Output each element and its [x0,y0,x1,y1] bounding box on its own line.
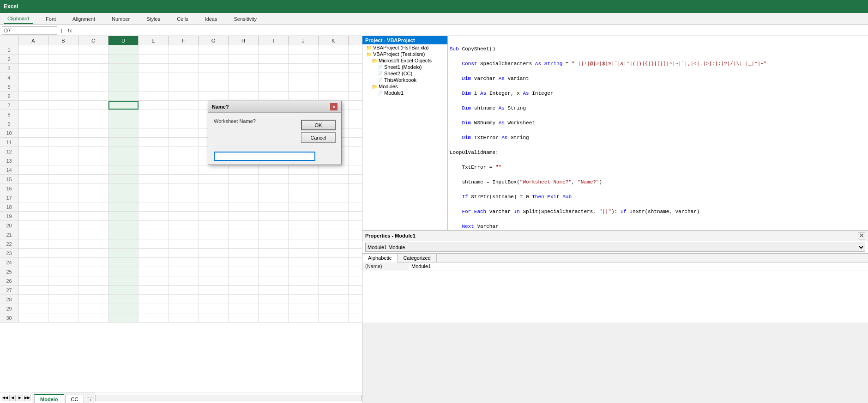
cell-j4[interactable] [289,73,319,82]
cell-j2[interactable] [289,55,319,63]
cell-b3[interactable] [48,64,78,73]
cell-d4[interactable] [108,73,139,82]
cell-f9[interactable] [169,119,199,128]
cell-i3[interactable] [259,64,289,73]
cell-a4[interactable] [18,73,48,82]
cell-b10[interactable] [48,128,78,137]
cell-e2[interactable] [139,55,169,63]
cell-a9[interactable] [18,119,48,128]
cell-i5[interactable] [259,82,289,91]
cell-j5[interactable] [289,82,319,91]
sheet-tab-cc[interactable]: CC [65,395,84,403]
cell-a8[interactable] [18,110,48,119]
code-editor[interactable]: Sub CopySheet() Const SpecialCharacters … [448,36,868,230]
col-header-a[interactable]: A [18,36,48,45]
cell-d9[interactable] [108,119,139,128]
horizontal-scrollbar[interactable] [95,395,362,401]
cell-d8[interactable] [108,110,139,119]
cell-h4[interactable] [229,73,259,82]
cell-f4[interactable] [169,73,199,82]
cell-g2[interactable] [199,55,229,63]
cell-f5[interactable] [169,82,199,91]
col-header-b[interactable]: B [48,36,78,45]
cell-b1[interactable] [48,45,78,54]
cell-e3[interactable] [139,64,169,73]
cell-h2[interactable] [229,55,259,63]
cell-i4[interactable] [259,73,289,82]
ribbon-tab-ideas[interactable]: Ideas [201,14,221,24]
ribbon-tab-clipboard[interactable]: Clipboard [4,14,33,24]
cell-d7[interactable] [108,101,139,110]
cell-c8[interactable] [78,110,108,119]
col-header-d[interactable]: D [108,36,139,45]
tree-item-module1[interactable]: 📄 Module1 [362,90,447,96]
cell-f10[interactable] [169,128,199,137]
cell-i2[interactable] [259,55,289,63]
ribbon-tab-font[interactable]: Font [42,14,60,24]
cell-d6[interactable] [108,92,139,100]
cell-k1[interactable] [319,45,349,54]
ribbon-tab-styles[interactable]: Styles [143,14,164,24]
tree-item-excel-objects[interactable]: 📁 Microsoft Excel Objects [362,57,447,64]
properties-close-button[interactable]: ✕ [858,232,865,239]
dialog-cancel-button[interactable]: Cancel [301,132,336,143]
cell-b4[interactable] [48,73,78,82]
formula-input[interactable] [75,28,866,33]
cell-k3[interactable] [319,64,349,73]
cell-g3[interactable] [199,64,229,73]
add-sheet-button[interactable]: + [87,397,93,403]
dialog-ok-button[interactable]: OK [301,120,336,130]
sheet-tab-modelo[interactable]: Modelo [34,394,64,403]
cell-g1[interactable] [199,45,229,54]
col-header-e[interactable]: E [139,36,169,45]
col-header-j[interactable]: J [289,36,319,45]
dialog-close-button[interactable]: ✕ [330,103,338,110]
cell-c10[interactable] [78,128,108,137]
cell-a1[interactable] [18,45,48,54]
cell-g6[interactable] [199,92,229,100]
cell-h3[interactable] [229,64,259,73]
cell-i6[interactable] [259,92,289,100]
col-header-f[interactable]: F [169,36,199,45]
cell-f7[interactable] [169,101,199,110]
ribbon-tab-cells[interactable]: Cells [173,14,192,24]
cell-j3[interactable] [289,64,319,73]
cell-a10[interactable] [18,128,48,137]
col-header-c[interactable]: C [78,36,108,45]
cell-b2[interactable] [48,55,78,63]
cell-i1[interactable] [259,45,289,54]
ribbon-tab-number[interactable]: Number [108,14,133,24]
cell-f3[interactable] [169,64,199,73]
cell-c9[interactable] [78,119,108,128]
cell-g4[interactable] [199,73,229,82]
ribbon-tab-alignment[interactable]: Alignment [69,14,99,24]
cell-b6[interactable] [48,92,78,100]
tree-item-vbaproject-test[interactable]: 📁 VBAProject (Test.xlsm) [362,51,447,57]
cell-d3[interactable] [108,64,139,73]
cell-a6[interactable] [18,92,48,100]
cell-f8[interactable] [169,110,199,119]
tree-item-vbaproject-hsbar[interactable]: 📁 VBAProject (HsTBar.xla) [362,44,447,51]
cell-f6[interactable] [169,92,199,100]
cell-d10[interactable] [108,128,139,137]
cell-a2[interactable] [18,55,48,63]
sheet-nav-prev[interactable]: ◀ [9,395,16,401]
cell-c6[interactable] [78,92,108,100]
ribbon-tab-sensitivity[interactable]: Sensitivity [230,14,261,24]
cell-k6[interactable] [319,92,349,100]
cell-g5[interactable] [199,82,229,91]
tree-item-thisworkbook[interactable]: 📄 ThisWorkbook [362,77,447,83]
cell-d2[interactable] [108,55,139,63]
cell-e4[interactable] [139,73,169,82]
col-header-k[interactable]: K [319,36,349,45]
cell-h5[interactable] [229,82,259,91]
col-header-h[interactable]: H [229,36,259,45]
cell-c7[interactable] [78,101,108,110]
col-header-g[interactable]: G [199,36,229,45]
cell-f1[interactable] [169,45,199,54]
cell-e5[interactable] [139,82,169,91]
cell-a3[interactable] [18,64,48,73]
cell-d1[interactable] [108,45,139,54]
cell-b7[interactable] [48,101,78,110]
cell-e6[interactable] [139,92,169,100]
